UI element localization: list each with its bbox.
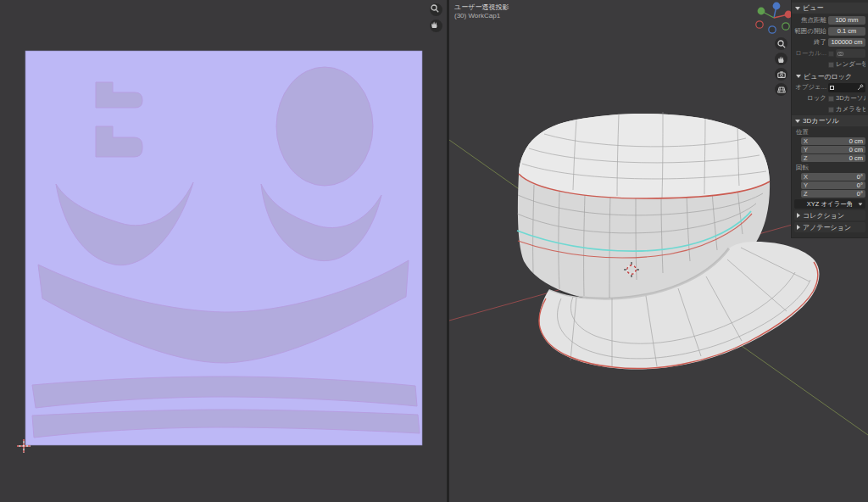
render-region-checkbox[interactable] [828, 62, 834, 68]
cap-model[interactable] [517, 112, 820, 370]
sidebar-panel: ビュー 焦点距離 100 mm 範囲の開始 0.1 cm 終了 100000 c… [791, 0, 868, 238]
object-icon [830, 86, 834, 90]
gizmo-y-neg[interactable] [782, 23, 789, 30]
cursor-rotation-group: X0° Y0° Z0° [801, 173, 865, 198]
lock-object-label: オブジェ... [794, 83, 826, 92]
view-lock-label: ビューのロック [804, 72, 852, 81]
rotation-label: 回転 [796, 164, 865, 172]
panel-section-annotations[interactable]: アノテーション [794, 222, 865, 232]
camera-to-view-checkbox[interactable] [828, 107, 834, 113]
eyedropper-icon[interactable] [857, 84, 864, 91]
clip-end-label: 終了 [794, 38, 826, 47]
pan-icon[interactable] [430, 20, 442, 32]
rotation-order-value: XYZ オイラー角 [807, 200, 854, 209]
rotation-order-dropdown[interactable]: XYZ オイラー角 [794, 199, 865, 209]
3d-viewport[interactable]: ユーザー透視投影 (30) WorkCap1 ビュー 焦点距離 100 mm [449, 0, 868, 502]
panel-section-collections[interactable]: コレクション [794, 210, 865, 220]
location-label: 位置 [796, 128, 865, 137]
focal-length-row: 焦点距離 100 mm [794, 15, 865, 25]
camera-to-view-row: カメラをビ... [794, 104, 865, 114]
cursor-section-label: 3Dカーソル [803, 116, 839, 126]
caret-down-icon [795, 7, 800, 10]
lock-object-row: オブジェ... [794, 82, 865, 92]
focal-length-label: 焦点距離 [794, 16, 826, 25]
lock-label: ロック [794, 94, 826, 103]
clip-start-field[interactable]: 0.1 cm [828, 27, 865, 36]
lock-3d-cursor-label: 3Dカーソル... [836, 94, 865, 103]
perspective-grid-icon[interactable] [775, 83, 787, 96]
clip-start-label: 範囲の開始 [794, 27, 826, 36]
caret-right-icon [797, 225, 800, 230]
uv-editor[interactable] [0, 0, 447, 502]
gizmo-x-neg[interactable] [756, 21, 763, 28]
render-region-label: レンダー領域 [836, 60, 865, 69]
zoom-icon[interactable] [430, 3, 442, 16]
camera-icon[interactable] [775, 68, 787, 81]
cursor-rotation-y[interactable]: Y0° [801, 181, 865, 189]
view-section-label: ビュー [803, 3, 823, 13]
pan-icon[interactable] [775, 53, 787, 65]
caret-right-icon [797, 213, 800, 218]
uv-canvas[interactable] [0, 0, 447, 502]
panel-section-3d-cursor[interactable]: 3Dカーソル [792, 115, 868, 126]
caret-down-icon [795, 120, 800, 123]
gizmo-y-axis[interactable] [758, 8, 765, 15]
lock-3d-cursor-checkbox[interactable] [828, 96, 834, 102]
panel-subsection-view-lock[interactable]: ビューのロック [796, 71, 865, 81]
clip-start-row: 範囲の開始 0.1 cm [794, 26, 865, 36]
cursor-location-y[interactable]: Y0 cm [801, 146, 865, 153]
render-region-row: レンダー領域 [794, 59, 865, 70]
cursor-rotation-z[interactable]: Z0° [801, 190, 865, 198]
navigation-gizmo[interactable] [756, 3, 793, 34]
cursor-location-group: X0 cm Y0 cm Z0 cm [801, 137, 865, 162]
annotations-label: アノテーション [803, 223, 851, 232]
zoom-icon[interactable] [775, 37, 787, 50]
cursor-rotation-x[interactable]: X0° [801, 173, 865, 181]
local-camera-label: ローカル... [794, 49, 826, 58]
collections-label: コレクション [803, 211, 844, 220]
camera-icon [837, 51, 843, 56]
blender-window: ユーザー透視投影 (30) WorkCap1 ビュー 焦点距離 100 mm [0, 0, 868, 502]
local-camera-field[interactable] [836, 49, 865, 58]
lock-object-field[interactable] [828, 83, 865, 92]
cap-crown-top [519, 114, 770, 198]
focal-length-field[interactable]: 100 mm [828, 16, 865, 25]
clip-end-row: 終了 100000 cm [794, 37, 865, 47]
local-camera-checkbox[interactable] [828, 51, 834, 57]
chevron-down-icon [859, 203, 863, 205]
local-camera-row: ローカル... [794, 48, 865, 59]
caret-down-icon [796, 75, 801, 78]
clip-end-field[interactable]: 100000 cm [828, 38, 865, 47]
lock-3d-cursor-row: ロック 3Dカーソル... [794, 93, 865, 103]
camera-to-view-label: カメラをビ... [836, 105, 865, 114]
uv-island-crown-top[interactable] [276, 67, 373, 186]
gizmo-z-neg[interactable] [769, 26, 776, 33]
cursor-location-z[interactable]: Z0 cm [801, 154, 865, 162]
cursor-location-x[interactable]: X0 cm [801, 137, 865, 145]
panel-section-view[interactable]: ビュー [792, 3, 868, 14]
gizmo-z-axis[interactable] [773, 3, 781, 10]
